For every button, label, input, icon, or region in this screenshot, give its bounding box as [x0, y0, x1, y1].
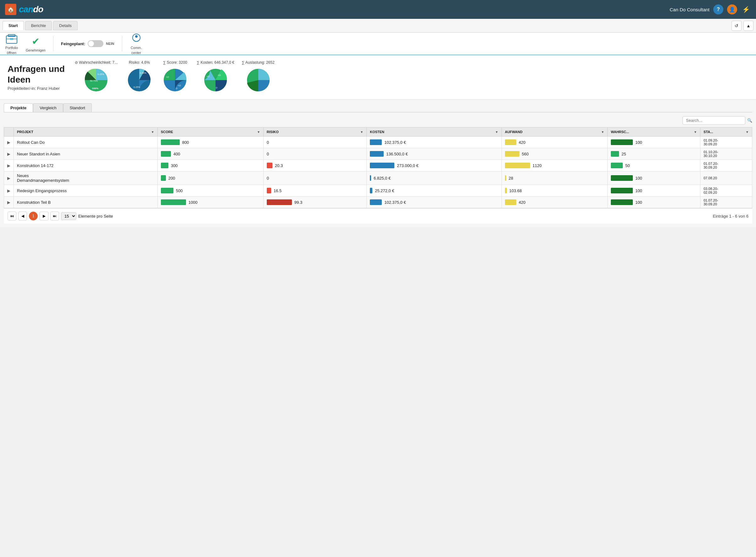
- tab-details[interactable]: Details: [53, 21, 78, 30]
- feingeplant-toggle[interactable]: [88, 40, 103, 47]
- svg-text:50-75%: 50-75%: [90, 80, 98, 82]
- wahrsc-cell: 100: [607, 171, 700, 185]
- tab-start[interactable]: Start: [2, 21, 24, 30]
- filter-wahrsc[interactable]: ▼: [694, 130, 697, 134]
- collapse-button[interactable]: ▲: [744, 21, 754, 31]
- filter-sta[interactable]: ▼: [746, 130, 749, 134]
- filter-aufwand[interactable]: ▼: [601, 130, 604, 134]
- expand-cell[interactable]: ▶: [4, 171, 14, 185]
- projekt-cell: Neuer Standort in Asien: [14, 148, 158, 160]
- table-row: ▶Konstruktion 14-172 300 20.3 273.000,0 …: [4, 160, 752, 171]
- wahrsc-cell: 50: [607, 160, 700, 171]
- projekt-cell: Konstruktion 14-172: [14, 160, 158, 171]
- risiko-cell: 0: [263, 148, 366, 160]
- stat-score: ∑ Score: 3200 <∅ >∅ ∅: [161, 60, 189, 94]
- toggle-label: NEIN: [106, 42, 114, 46]
- score-cell: 400: [158, 148, 263, 160]
- portfolio-icon: [5, 33, 18, 45]
- svg-text:<∅: <∅: [218, 74, 221, 77]
- genehmigen-button[interactable]: ✔ Genehmigen: [26, 35, 46, 52]
- home-icon[interactable]: 🏠: [5, 4, 16, 15]
- svg-rect-3: [10, 38, 13, 40]
- tabs-right-controls: ↺ ▲: [731, 21, 754, 31]
- project-title-heading: Anfragen und Ideen: [7, 64, 65, 85]
- first-page-button[interactable]: ⏮: [7, 212, 16, 221]
- comm-label-line1: Comm.: [131, 46, 142, 50]
- wahrsc-cell: 100: [607, 197, 700, 208]
- next-page-button[interactable]: ▶: [39, 212, 48, 221]
- expand-cell[interactable]: ▶: [4, 148, 14, 160]
- sta-cell: 07.08.20: [700, 171, 752, 185]
- pie-score: <∅ >∅ ∅: [161, 66, 189, 94]
- wahrsc-cell: 100: [607, 137, 700, 148]
- svg-text:>∅: >∅: [166, 76, 169, 79]
- stat-label-1: ⊘ Wahrscheinlichkeit: 7...: [75, 60, 117, 65]
- score-cell: 800: [158, 137, 263, 148]
- projekt-cell: Konstruktion Teil B: [14, 197, 158, 208]
- filter-risiko[interactable]: ▼: [360, 130, 363, 134]
- risiko-cell: 16.5: [263, 185, 366, 197]
- wahrsc-cell: 25: [607, 148, 700, 160]
- last-page-button[interactable]: ⏭: [50, 212, 59, 221]
- risiko-cell: 0: [263, 137, 366, 148]
- filter-kosten[interactable]: ▼: [495, 130, 498, 134]
- data-tabs: Projekte Vergleich Standort: [4, 103, 752, 112]
- table-row: ▶Redesign Eingangsprozess 500 16.5 25.27…: [4, 185, 752, 197]
- risiko-cell: 99.3: [263, 197, 366, 208]
- project-subtitle: Projektleiter/-in: Franz Huber: [7, 86, 65, 91]
- per-page-select[interactable]: 15 25 50: [61, 212, 76, 220]
- help-button[interactable]: ?: [713, 4, 723, 14]
- expand-cell[interactable]: ▶: [4, 185, 14, 197]
- col-sta: STA... ▼: [700, 127, 752, 137]
- feingeplant-area: Feingeplant: NEIN: [61, 40, 114, 47]
- sta-cell: 01.09.20- 30.09.20: [700, 137, 752, 148]
- table-header-row: PROJEKT ▼ SCORE ▼ RISIKO ▼: [4, 127, 752, 137]
- svg-text:∅: ∅: [216, 86, 218, 89]
- summary-section: Anfragen und Ideen Projektleiter/-in: Fr…: [0, 55, 756, 99]
- stat-label-2: Risiko: 4,6%: [129, 60, 150, 65]
- score-cell: 500: [158, 185, 263, 197]
- svg-text:100%: 100%: [92, 87, 99, 90]
- comm-center-button[interactable]: Comm. center: [130, 33, 143, 55]
- filter-score[interactable]: ▼: [257, 130, 260, 134]
- search-input[interactable]: [682, 116, 745, 125]
- current-page-button[interactable]: 1: [29, 212, 38, 221]
- col-aufwand: AUFWAND ▼: [502, 127, 607, 137]
- expand-cell[interactable]: ▶: [4, 137, 14, 148]
- filter-projekt[interactable]: ▼: [151, 130, 154, 134]
- alert-icon[interactable]: ⚡: [741, 4, 751, 14]
- search-icon: 🔍: [747, 118, 752, 123]
- kosten-cell: 102.375,0 €: [367, 197, 502, 208]
- pagination: ⏮ ◀ 1 ▶ ⏭ 15 25 50 Elemente pro Seite Ei…: [4, 208, 752, 224]
- portfolio-button[interactable]: Portfolio öffnen: [5, 33, 18, 55]
- score-cell: 300: [158, 160, 263, 171]
- kosten-cell: 6.825,0 €: [367, 171, 502, 185]
- portfolio-label-line2: öffnen: [7, 51, 16, 55]
- kosten-cell: 25.272,0 €: [367, 185, 502, 197]
- data-tab-standort[interactable]: Standort: [63, 103, 92, 112]
- refresh-button[interactable]: ↺: [731, 21, 741, 31]
- data-tab-projekte[interactable]: Projekte: [4, 103, 33, 112]
- pie-auslastung: [244, 66, 273, 94]
- project-title: Anfragen und Ideen Projektleiter/-in: Fr…: [7, 64, 65, 91]
- svg-text:>∅: >∅: [206, 75, 209, 78]
- data-tab-vergleich[interactable]: Vergleich: [33, 103, 63, 112]
- col-risiko: RISIKO ▼: [263, 127, 366, 137]
- toolbar-divider: [53, 36, 53, 52]
- sta-cell: 03.08.20- 02.09.20: [700, 185, 752, 197]
- toolbar: Portfolio öffnen ✔ Genehmigen Feingeplan…: [0, 33, 756, 55]
- col-kosten: KOSTEN ▼: [367, 127, 502, 137]
- aufwand-cell: 560: [502, 148, 607, 160]
- pagination-info: Einträge 1 - 6 von 6: [713, 214, 749, 218]
- tab-berichte[interactable]: Berichte: [25, 21, 52, 30]
- app-header: 🏠 cando Can Do Consultant ? 👤 ⚡: [0, 0, 756, 19]
- feingeplant-label: Feingeplant:: [61, 41, 85, 46]
- pagination-left: ⏮ ◀ 1 ▶ ⏭ 15 25 50 Elemente pro Seite: [7, 212, 113, 221]
- sta-cell: 01.07.20- 30.09.20: [700, 197, 752, 208]
- expand-cell[interactable]: ▶: [4, 197, 14, 208]
- expand-cell[interactable]: ▶: [4, 160, 14, 171]
- prev-page-button[interactable]: ◀: [18, 212, 27, 221]
- stat-auslastung: ∑ Auslastung: 2652: [242, 60, 275, 94]
- search-row: 🔍: [4, 116, 752, 125]
- user-icon[interactable]: 👤: [727, 4, 737, 14]
